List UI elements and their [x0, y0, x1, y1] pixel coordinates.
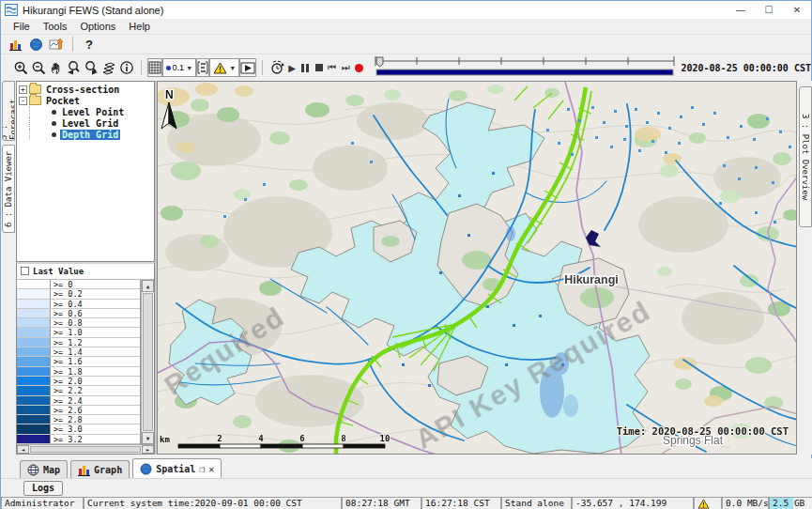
legend-row[interactable]: >= 2.6: [17, 406, 140, 415]
expand-icon[interactable]: +: [19, 85, 27, 94]
zoom-previous-icon[interactable]: [65, 58, 83, 77]
legend-row[interactable]: >= 1.8: [17, 367, 140, 377]
legend-row[interactable]: >= 2.8: [17, 415, 140, 424]
animation-settings-icon[interactable]: [268, 58, 285, 77]
scroll-down-icon[interactable]: ▼: [142, 432, 154, 444]
legend-row[interactable]: >= 1.2: [17, 338, 140, 347]
legend-row[interactable]: >= 0.2: [17, 289, 140, 299]
legend-row[interactable]: >= 3.2: [17, 435, 140, 444]
skip-to-end-button[interactable]: ⏭: [339, 58, 352, 77]
restore-panel-icon[interactable]: ❐: [199, 464, 205, 474]
tab-forecast[interactable]: 5 : Forecast: [2, 81, 15, 141]
tree-item-pocket[interactable]: Pocket: [44, 96, 82, 106]
time-slider-handle[interactable]: [376, 57, 383, 67]
toolbar-separator: [141, 60, 142, 75]
logs-button[interactable]: Logs: [23, 481, 63, 496]
legend-row[interactable]: >= 3.0: [17, 424, 140, 434]
color-swatch: [17, 338, 51, 347]
pause-button[interactable]: [299, 58, 312, 77]
stop-button[interactable]: [312, 58, 325, 77]
svg-text:10: 10: [380, 434, 391, 443]
legend-row[interactable]: >= 2.2: [17, 386, 140, 395]
scroll-thumb[interactable]: [143, 293, 153, 431]
legend-horizontal-scrollbar[interactable]: ◄ ►: [17, 444, 154, 454]
class-break-dot-icon: [166, 66, 171, 70]
layers-icon[interactable]: [100, 58, 118, 77]
help-button[interactable]: ?: [79, 35, 100, 54]
collapse-icon[interactable]: -: [19, 97, 27, 105]
legend-row[interactable]: >= 0.4: [17, 300, 140, 309]
zoom-next-icon[interactable]: [83, 58, 100, 77]
filter-tree: + Cross-section - Pocket Level Point: [16, 81, 155, 262]
zoom-out-icon[interactable]: [30, 58, 48, 77]
tree-row[interactable]: + Cross-section: [19, 84, 154, 95]
spatial-display-icon[interactable]: [46, 35, 67, 54]
skip-to-start-button[interactable]: ⏮: [326, 58, 339, 77]
tree-item-level-grid[interactable]: Level Grid: [60, 118, 120, 129]
zoom-in-icon[interactable]: [12, 58, 30, 77]
menu-options[interactable]: Options: [73, 20, 122, 33]
tree-item-depth-grid[interactable]: Depth Grid: [60, 130, 120, 140]
legend-row[interactable]: >= 1.6: [17, 357, 140, 366]
scroll-right-icon[interactable]: ►: [142, 445, 154, 454]
legend-label: >= 0.4: [51, 300, 140, 308]
close-panel-icon[interactable]: ✕: [208, 464, 214, 474]
record-button[interactable]: [352, 58, 365, 77]
tree-row[interactable]: Level Point: [19, 106, 154, 117]
legend-row[interactable]: >= 2.0: [17, 377, 140, 386]
legend-row[interactable]: >= 0.8: [17, 318, 140, 328]
info-icon[interactable]: [118, 58, 135, 77]
time-slider[interactable]: [375, 54, 675, 82]
legend-title: Last Value: [33, 267, 84, 276]
tree-item-level-point[interactable]: Level Point: [60, 107, 126, 117]
menu-bar: File Tools Options Help: [1, 19, 811, 35]
tab-plot-overview[interactable]: 3 : Plot Overview: [799, 86, 812, 227]
tab-spatial[interactable]: Spatial ❐ ✕: [132, 458, 222, 478]
current-time-label: 2020-08-25 00:00:00 CST: [681, 63, 810, 73]
tab-data-viewer[interactable]: 6 : Data Viewer: [2, 145, 15, 233]
legend-row[interactable]: >= 0.6: [17, 309, 140, 318]
thresholds-dropdown[interactable]: ▼: [209, 58, 239, 77]
window-title: Hikurangi FEWS (Stand alone): [23, 5, 163, 16]
legend-label: >= 3.0: [51, 424, 140, 433]
class-break-dropdown[interactable]: 0.1▼: [162, 58, 196, 77]
tab-graph[interactable]: Graph: [70, 460, 130, 478]
tree-row[interactable]: Level Grid: [19, 117, 154, 129]
maximize-button[interactable]: ☐: [755, 1, 783, 19]
legend-row[interactable]: >= 2.4: [17, 396, 140, 406]
color-swatch: [17, 300, 51, 308]
tree-item-cross-section[interactable]: Cross-section: [44, 85, 121, 95]
spatial-map-view[interactable]: API Key Required API Key Required Hikura…: [157, 81, 797, 455]
legend-row[interactable]: >= 1.4: [17, 347, 140, 357]
tab-map[interactable]: Map: [20, 460, 68, 478]
status-warning[interactable]: [694, 497, 722, 509]
scroll-left-icon[interactable]: ◄: [17, 445, 29, 454]
globe-icon[interactable]: [25, 35, 46, 54]
pan-hand-icon[interactable]: [48, 58, 65, 77]
tree-row[interactable]: - Pocket: [19, 95, 154, 106]
data-display-icon[interactable]: [5, 35, 25, 54]
menu-help[interactable]: Help: [122, 20, 157, 33]
menu-tools[interactable]: Tools: [37, 20, 74, 33]
node-bullet-icon: [52, 110, 56, 115]
map-canvas[interactable]: API Key Required API Key Required Hikura…: [158, 82, 797, 455]
tree-row[interactable]: Depth Grid: [19, 129, 154, 140]
legend-label: >= 3.2: [51, 435, 140, 443]
grid-display-button[interactable]: [147, 58, 162, 77]
legend-row[interactable]: >= 1.0: [17, 328, 140, 337]
menu-file[interactable]: File: [7, 20, 37, 33]
svg-text:2: 2: [217, 434, 222, 443]
scroll-thumb[interactable]: [30, 446, 141, 453]
close-button[interactable]: ✕: [783, 1, 811, 19]
last-value-checkbox[interactable]: [21, 267, 29, 275]
minimize-button[interactable]: —: [727, 1, 755, 19]
legend-label: >= 0: [51, 280, 140, 288]
legend-toggle-button[interactable]: [196, 58, 209, 77]
play-button[interactable]: ▶: [285, 58, 299, 77]
scroll-up-icon[interactable]: ▲: [142, 280, 154, 292]
legend-vertical-scrollbar[interactable]: ▲ ▼: [141, 280, 154, 444]
animate-button[interactable]: [239, 58, 256, 77]
legend-row[interactable]: >= 0: [17, 280, 140, 289]
status-memory: 2.5 GB: [769, 497, 812, 509]
folder-icon: [29, 96, 41, 105]
